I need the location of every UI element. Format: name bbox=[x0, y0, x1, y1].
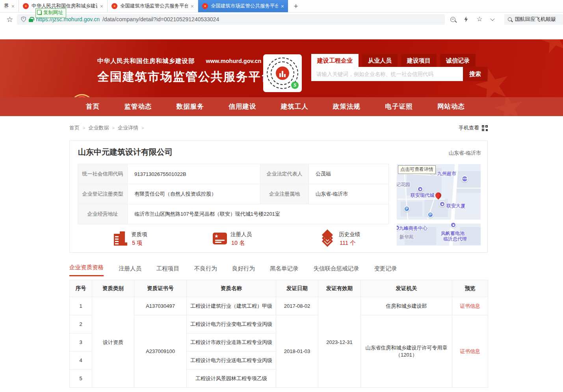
field-label: 企业注册属地 bbox=[260, 184, 309, 204]
table-row: 企业登记注册类型 有限责任公司（自然人投资或控股） 企业注册属地 山东省-临沂市 bbox=[78, 184, 389, 204]
breadcrumb-company-data[interactable]: 企业数据 bbox=[88, 124, 109, 131]
field-value: 临沂市兰山区陶然路107号星河晶都（联安）现代城1号楼2201室 bbox=[128, 204, 389, 224]
map-poi-marker[interactable] bbox=[439, 201, 445, 207]
nav-item-news[interactable]: 网站动态 bbox=[437, 102, 465, 111]
field-value: 公茂福 bbox=[309, 164, 389, 184]
browser-tab-active[interactable]: ★ 全国建筑市场监管公共服务平台 × bbox=[198, 0, 288, 12]
map-parking-marker[interactable]: P bbox=[427, 212, 433, 218]
certificate-info-link[interactable]: 证书信息 bbox=[452, 297, 488, 315]
location-map[interactable]: 点击可查看详情 九州超市 ATM 记花园 联安现代城 联安大厦 P P 九峰商务… bbox=[397, 164, 481, 246]
cell-qual-name: 工程设计电力行业送电工程专业丙级 bbox=[187, 351, 276, 370]
map-poi-label: 记花园 bbox=[397, 181, 410, 188]
tab-registered-personnel[interactable]: 注册人员 bbox=[119, 265, 141, 276]
breadcrumb: 首页 > 企业数据 > 企业详情 > 手机查看 bbox=[69, 124, 488, 132]
favorite-star-icon[interactable]: ☆ bbox=[476, 17, 482, 22]
field-label: 企业法定代表人 bbox=[260, 164, 309, 184]
nav-item-home[interactable]: 首页 bbox=[86, 102, 100, 111]
map-poi-label: 新华苑 bbox=[399, 234, 414, 240]
browser-tab-strip: 界 × ★ 中华人民共和国住房和城乡建设 × ★ 全国建筑市场监管公共服务平台 … bbox=[0, 0, 563, 13]
field-value: 91371302675501022B bbox=[128, 164, 260, 184]
stat-history-projects: 历史业绩 111 个 bbox=[320, 231, 360, 247]
field-value: 山东省-临沂市 bbox=[309, 184, 389, 204]
header-search: 建设工程企业 从业人员 建设项目 诚信记录 搜索 bbox=[311, 54, 487, 81]
tab-change-records[interactable]: 变更记录 bbox=[374, 265, 397, 276]
nav-item-workers[interactable]: 建筑工人 bbox=[281, 102, 308, 111]
map-atm-marker[interactable]: ATM bbox=[461, 176, 468, 182]
page-top-gap bbox=[0, 26, 563, 39]
tab-good-behavior[interactable]: 良好行为 bbox=[232, 265, 255, 276]
browser-tab-partial[interactable]: 界 × bbox=[0, 0, 19, 12]
tab-blacklist[interactable]: 黑名单记录 bbox=[270, 265, 299, 276]
cell-authority: 山东省住房和城乡建设厅许可专用章（1201） bbox=[361, 315, 452, 388]
site-favicon-icon: ★ bbox=[23, 3, 29, 9]
address-bar[interactable]: https://jzsc.mohurd.gov.cn/data/company/… bbox=[17, 14, 445, 25]
certificate-icon: ★ bbox=[213, 233, 227, 244]
map-parking-marker[interactable]: P bbox=[404, 206, 410, 212]
close-icon[interactable]: × bbox=[281, 3, 284, 9]
search-tab-personnel[interactable]: 从业人员 bbox=[362, 54, 398, 67]
close-icon[interactable]: × bbox=[11, 3, 15, 9]
map-poi-marker[interactable] bbox=[417, 186, 423, 192]
emblem-circle: ★ bbox=[71, 94, 93, 97]
tab-bad-behavior[interactable]: 不良行为 bbox=[194, 265, 217, 276]
col-header: 资质名称 bbox=[187, 280, 276, 297]
cell-qual-name: 工程设计建筑行业（建筑工程）甲级 bbox=[187, 297, 276, 315]
nav-item-policy[interactable]: 政策法规 bbox=[333, 102, 360, 111]
qr-code-icon bbox=[482, 125, 488, 131]
breadcrumb-home[interactable]: 首页 bbox=[69, 124, 80, 131]
map-poi-label: 九峰商务中心 bbox=[399, 225, 427, 232]
map-poi-marker[interactable] bbox=[450, 222, 456, 228]
qualification-table: 序号 资质类别 资质证书号 资质名称 发证日期 发证有效期 发证机关 预览 1 … bbox=[69, 280, 488, 388]
map-tooltip: 点击可查看详情 bbox=[398, 165, 436, 174]
nav-item-certificate[interactable]: 电子证照 bbox=[385, 102, 413, 111]
table-header-row: 序号 资质类别 资质证书号 资质名称 发证日期 发证有效期 发证机关 预览 bbox=[70, 280, 488, 297]
new-tab-button[interactable]: + bbox=[288, 0, 304, 12]
browser-toolbar: ☆ https://jzsc.mohurd.gov.cn/data/compan… bbox=[0, 13, 563, 26]
ministry-name: 中华人民共和国住房和城乡建设部 bbox=[97, 57, 195, 65]
close-icon[interactable]: × bbox=[191, 3, 194, 9]
tab-qualifications[interactable]: 企业资质资格 bbox=[69, 264, 104, 276]
toolbar-icons: ☆ bbox=[450, 17, 494, 22]
copy-url-tooltip-label: 复制网址 bbox=[43, 9, 63, 16]
stat-registered-personnel: ★ 注册人员 10 名 bbox=[213, 231, 252, 247]
company-info-table: 统一社会信用代码 91371302675501022B 企业法定代表人 公茂福 … bbox=[78, 164, 389, 224]
main-nav: 首页 监管动态 数据服务 信用建设 建筑工人 政策法规 电子证照 网站动态 bbox=[0, 97, 563, 116]
tab-dishonesty[interactable]: 失信联合惩戒记录 bbox=[314, 265, 359, 276]
tab-projects[interactable]: 工程项目 bbox=[156, 265, 179, 276]
col-header: 发证有效期 bbox=[318, 280, 361, 297]
qr-code: S bbox=[263, 54, 302, 92]
nav-item-data-service[interactable]: 数据服务 bbox=[177, 102, 204, 111]
qr-center-logo bbox=[276, 67, 289, 80]
zoom-out-icon[interactable] bbox=[450, 17, 455, 22]
search-button[interactable]: 搜索 bbox=[463, 67, 487, 81]
browser-tab-jzsc[interactable]: ★ 全国建筑市场监管公共服务平台 × bbox=[108, 0, 198, 12]
cell-cert-no: A137030497 bbox=[134, 297, 187, 315]
stat-label: 资质项 bbox=[131, 231, 147, 238]
close-icon[interactable]: × bbox=[100, 3, 103, 9]
tab-title: 全国建筑市场监管公共服务平台 bbox=[120, 3, 188, 9]
keyword-search-input[interactable] bbox=[311, 67, 463, 81]
stat-label: 历史业绩 bbox=[339, 231, 360, 238]
cell-qual-name: 工程设计风景园林工程专项乙级 bbox=[187, 370, 276, 388]
stat-value: 10 名 bbox=[230, 239, 252, 247]
browser-window: 界 × ★ 中华人民共和国住房和城乡建设 × ★ 全国建筑市场监管公共服务平台 … bbox=[0, 0, 563, 392]
lightning-icon[interactable] bbox=[464, 17, 468, 22]
browser-search-box[interactable]: 国航回应飞机颠簸 bbox=[504, 14, 563, 25]
flag-star-decoration: ★ bbox=[535, 39, 563, 60]
chevron-down-icon[interactable] bbox=[490, 17, 494, 21]
certificate-info-link[interactable]: 证书信息 bbox=[452, 315, 488, 388]
cell-no: 1 bbox=[70, 297, 92, 315]
cell-authority: 住房和城乡建设部 bbox=[361, 297, 452, 315]
search-tab-enterprise[interactable]: 建设工程企业 bbox=[311, 54, 359, 67]
cell-cert-no: A237009100 bbox=[134, 315, 187, 388]
cell-no: 2 bbox=[70, 315, 92, 333]
site-favicon-icon: ★ bbox=[202, 3, 208, 9]
nav-item-supervision[interactable]: 监管动态 bbox=[124, 102, 152, 111]
nav-item-credit[interactable]: 信用建设 bbox=[229, 102, 256, 111]
shield-permission-icon[interactable] bbox=[21, 17, 26, 22]
bookmark-star-icon[interactable]: ☆ bbox=[4, 15, 15, 24]
search-tab-project[interactable]: 建设项目 bbox=[401, 54, 437, 67]
mobile-view-button[interactable]: 手机查看 bbox=[459, 124, 488, 131]
search-tab-credit[interactable]: 诚信记录 bbox=[440, 54, 476, 67]
breadcrumb-separator: > bbox=[112, 126, 114, 130]
